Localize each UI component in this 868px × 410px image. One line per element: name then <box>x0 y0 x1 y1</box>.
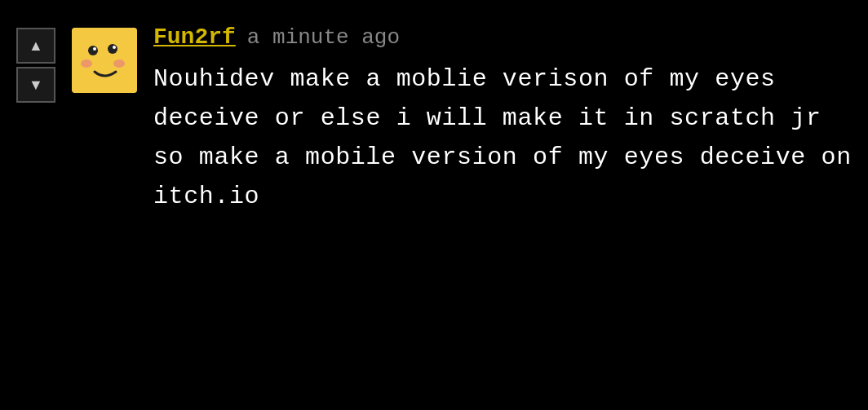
svg-point-5 <box>81 60 92 68</box>
comment-text: Nouhidev make a moblie verison of my eye… <box>153 60 852 216</box>
svg-point-6 <box>113 60 125 68</box>
svg-point-2 <box>108 44 117 54</box>
svg-rect-0 <box>72 28 137 93</box>
downvote-button[interactable]: ▼ <box>16 67 55 103</box>
username[interactable]: Fun2rf <box>153 24 236 50</box>
upvote-button[interactable]: ▲ <box>16 28 55 64</box>
comment-header: Fun2rf a minute ago <box>153 24 852 50</box>
comment-body: Fun2rf a minute ago Nouhidev make a mobl… <box>153 24 852 216</box>
timestamp: a minute ago <box>247 25 400 50</box>
comment-container: ▲ ▼ Fun2rf a minute ago Nouhidev make a … <box>0 0 868 410</box>
svg-point-1 <box>88 46 98 55</box>
svg-point-4 <box>113 46 116 49</box>
avatar <box>72 28 137 93</box>
vote-buttons: ▲ ▼ <box>16 28 55 103</box>
svg-point-3 <box>93 47 96 51</box>
